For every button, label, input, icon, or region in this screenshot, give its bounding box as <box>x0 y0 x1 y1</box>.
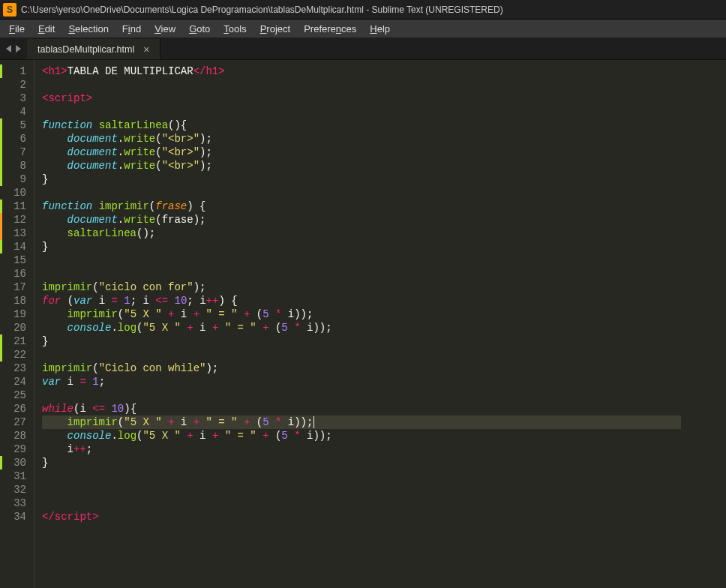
code-line[interactable] <box>42 496 681 510</box>
window-titlebar[interactable]: S C:\Users\yerso\OneDrive\Documents\Logi… <box>0 0 726 20</box>
line-number: 19 <box>4 308 26 321</box>
text-cursor <box>314 416 314 428</box>
line-number: 11 <box>0 200 26 213</box>
menubar: File Edit Selection Find View Goto Tools… <box>0 20 726 38</box>
line-number-gutter[interactable]: 1234567891011121314151617181920212223242… <box>0 60 34 588</box>
code-line[interactable] <box>42 483 681 496</box>
code-line[interactable]: console.log("5 X " + i + " = " + (5 * i)… <box>42 429 681 442</box>
line-number: 29 <box>4 442 26 456</box>
line-number: 22 <box>0 348 26 362</box>
line-number: 34 <box>4 510 26 524</box>
tab-label: tablasDeMultplicar.html <box>38 44 134 55</box>
code-line[interactable]: } <box>42 172 681 186</box>
menu-preferences[interactable]: Preferences <box>298 22 362 36</box>
code-line[interactable]: console.log("5 X " + i + " = " + (5 * i)… <box>42 321 681 334</box>
line-number: 13 <box>0 226 26 240</box>
code-line[interactable]: for (var i = 1; i <= 10; i++) { <box>42 294 681 308</box>
line-number: 30 <box>0 456 26 470</box>
window-title: C:\Users\yerso\OneDrive\Documents\Logica… <box>21 4 503 15</box>
code-line[interactable]: <h1>TABLA DE MULTIPLICAR</h1> <box>42 64 681 78</box>
tab-strip: tablasDeMultplicar.html × <box>0 38 726 60</box>
code-line[interactable]: function saltarLinea(){ <box>42 118 681 132</box>
code-line[interactable]: var i = 1; <box>42 375 681 388</box>
menu-tools[interactable]: Tools <box>218 22 252 36</box>
code-line[interactable]: imprimir("Ciclo con while"); <box>42 362 681 375</box>
line-number: 2 <box>4 78 26 92</box>
code-line[interactable]: } <box>42 240 681 254</box>
tab-next-icon[interactable] <box>16 45 21 52</box>
code-line[interactable]: </script> <box>42 510 681 524</box>
code-line[interactable] <box>42 186 681 200</box>
line-number: 8 <box>0 159 26 172</box>
code-line[interactable] <box>42 78 681 92</box>
line-number: 27 <box>4 416 26 429</box>
code-line[interactable]: imprimir("5 X " + i + " = " + (5 * i)); <box>42 416 681 429</box>
tab-prev-icon[interactable] <box>6 45 11 52</box>
menu-find[interactable]: Find <box>116 22 147 36</box>
line-number: 31 <box>4 470 26 483</box>
code-line[interactable] <box>42 267 681 280</box>
code-line[interactable]: <script> <box>42 92 681 105</box>
code-line[interactable]: saltarLinea(); <box>42 226 681 240</box>
code-line[interactable]: document.write(frase); <box>42 213 681 226</box>
line-number: 17 <box>4 280 26 294</box>
line-number: 33 <box>4 496 26 510</box>
line-number: 24 <box>4 375 26 388</box>
code-line[interactable]: while(i <= 10){ <box>42 402 681 416</box>
menu-edit[interactable]: Edit <box>32 22 61 36</box>
line-number: 5 <box>0 118 26 132</box>
line-number: 23 <box>4 362 26 375</box>
line-number: 28 <box>4 429 26 442</box>
menu-project[interactable]: Project <box>254 22 296 36</box>
tab-nav-arrows <box>0 38 27 59</box>
code-line[interactable]: document.write("<br>"); <box>42 159 681 172</box>
menu-file[interactable]: File <box>3 22 31 36</box>
line-number: 21 <box>0 334 26 348</box>
code-line[interactable]: function imprimir(frase) { <box>42 200 681 213</box>
menu-view[interactable]: View <box>148 22 182 36</box>
code-line[interactable] <box>42 388 681 402</box>
line-number: 9 <box>0 172 26 186</box>
code-line[interactable]: } <box>42 334 681 348</box>
line-number: 4 <box>4 105 26 118</box>
code-line[interactable]: imprimir("5 X " + i + " = " + (5 * i)); <box>42 308 681 321</box>
app-icon: S <box>3 3 16 16</box>
code-line[interactable]: document.write("<br>"); <box>42 132 681 146</box>
code-line[interactable] <box>42 470 681 483</box>
menu-help[interactable]: Help <box>364 22 396 36</box>
menu-goto[interactable]: Goto <box>183 22 216 36</box>
line-number: 10 <box>4 186 26 200</box>
line-number: 15 <box>4 254 26 267</box>
code-line[interactable] <box>42 105 681 118</box>
code-line[interactable] <box>42 254 681 267</box>
line-number: 7 <box>0 146 26 159</box>
line-number: 32 <box>4 483 26 496</box>
line-number: 1 <box>0 64 26 78</box>
editor: 1234567891011121314151617181920212223242… <box>0 60 726 588</box>
code-line[interactable]: document.write("<br>"); <box>42 146 681 159</box>
code-line[interactable]: imprimir("ciclo con for"); <box>42 280 681 294</box>
code-line[interactable]: i++; <box>42 442 681 456</box>
line-number: 6 <box>0 132 26 146</box>
code-line[interactable]: } <box>42 456 681 470</box>
file-tab[interactable]: tablasDeMultplicar.html × <box>27 39 160 59</box>
line-number: 12 <box>0 213 26 226</box>
line-number: 25 <box>4 388 26 402</box>
line-number: 3 <box>4 92 26 105</box>
line-number: 26 <box>4 402 26 416</box>
line-number: 20 <box>4 321 26 334</box>
code-line[interactable] <box>42 348 681 362</box>
line-number: 16 <box>4 267 26 280</box>
code-area[interactable]: <h1>TABLA DE MULTIPLICAR</h1><script>fun… <box>34 60 681 588</box>
line-number: 18 <box>4 294 26 308</box>
tab-close-icon[interactable]: × <box>143 44 149 55</box>
minimap[interactable] <box>681 60 726 588</box>
line-number: 14 <box>0 240 26 254</box>
menu-selection[interactable]: Selection <box>62 22 114 36</box>
